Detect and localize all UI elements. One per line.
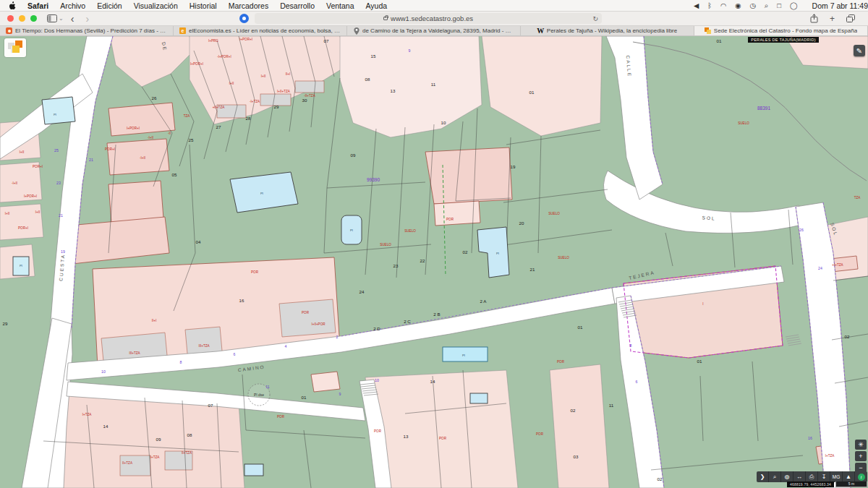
building-code-label: POR+I	[33, 165, 43, 168]
control-center-icon[interactable]: ◯	[786, 1, 802, 9]
building-code-label: -I+TZA	[250, 100, 260, 103]
zoom-in-icon[interactable]: +	[855, 451, 867, 461]
terrain-icon[interactable]: ▲	[843, 471, 855, 482]
forward-button[interactable]: ›	[80, 13, 95, 25]
menu-item-historial[interactable]: Historial	[184, 1, 223, 10]
bluetooth-icon[interactable]: ᛒ	[703, 1, 716, 9]
tab-catastro[interactable]: Sede Electrónica del Catastro - Fondo ma…	[694, 26, 868, 35]
building-code-label: TZA	[854, 196, 861, 200]
building-code-label: II+I	[286, 72, 291, 76]
parcel-number-label: 15	[371, 53, 376, 59]
share-button[interactable]	[804, 14, 824, 23]
menu-item-safari[interactable]: Safari	[22, 1, 54, 10]
measure-icon[interactable]: ↔	[793, 471, 806, 482]
parcel-number-label: 20	[519, 221, 524, 226]
parcel-number-label: 01	[529, 90, 535, 95]
address-number-label: 9	[409, 48, 411, 53]
menu-clock[interactable]: Dom 7 abr 11:49	[808, 1, 868, 10]
menu-item-ventana[interactable]: Ventana	[320, 1, 360, 10]
user-account-icon[interactable]: ◉	[731, 1, 745, 9]
parcel-number-label: 2 B	[433, 312, 440, 317]
back-button[interactable]: ‹	[65, 13, 80, 25]
building-code-label: SUELO	[404, 229, 416, 233]
expand-toolbar-icon[interactable]: ❯	[757, 471, 769, 482]
building-code-label: -I+POR+I	[217, 55, 231, 59]
scale-bar: 5 m	[835, 481, 867, 487]
extension-button[interactable]	[239, 14, 249, 23]
menu-item-edicion[interactable]: Edición	[91, 1, 127, 10]
menu-item-marcadores[interactable]: Marcadores	[223, 1, 274, 10]
building-code-label: POR	[536, 432, 544, 436]
parcel-number-label: 02	[658, 476, 663, 481]
parcel-number-label: 16	[239, 298, 244, 303]
volume-icon[interactable]: ◀	[689, 1, 703, 9]
tab-el-tiempo[interactable]: El Tiempo: Dos Hermanas (Sevilla) - Pred…	[0, 26, 174, 35]
tab-wikipedia[interactable]: W Perales de Tajuña - Wikipedia, la enci…	[521, 26, 694, 35]
spotlight-icon[interactable]: ⌕	[760, 1, 773, 10]
lock-icon	[383, 17, 388, 20]
sidebar-chevron-icon[interactable]: ⌄	[57, 15, 65, 22]
menu-item-ayuda[interactable]: Ayuda	[360, 1, 393, 10]
region-label: PERALES DE TAJUÑA(MADRID)	[748, 37, 819, 43]
catastro-logo	[4, 38, 26, 57]
parcel-number-label: 13	[391, 88, 396, 93]
building-code-label: -I+II	[12, 181, 17, 185]
pool-label: PI	[350, 228, 353, 232]
parcel-number-label: 25	[189, 137, 194, 142]
tab-overview-button[interactable]	[841, 14, 861, 22]
clock-icon[interactable]: ◷	[746, 1, 760, 9]
pin-icon[interactable]: ↧	[818, 471, 830, 482]
parcel-number-label: 05	[172, 172, 177, 177]
building-code-label: I+TZA	[82, 413, 93, 416]
poi-circle-label: Pl dse	[254, 393, 264, 397]
menu-item-visualizacion[interactable]: Visualización	[128, 1, 184, 10]
new-tab-button[interactable]: +	[824, 14, 841, 24]
menu-item-desarrollo[interactable]: Desarrollo	[274, 1, 320, 10]
cursor-coordinates: 468819.79, 4452683.34	[787, 481, 834, 487]
parcel-number-label: 24	[359, 289, 365, 294]
map-canvas[interactable]: CUESTADECALLESOLSOLTEJERACAMINO993908839…	[0, 36, 868, 488]
maps-pin-icon	[353, 27, 359, 34]
fullscreen-window-button[interactable]	[30, 15, 37, 22]
building-code-label: I+POR+I	[127, 127, 140, 130]
display-icon[interactable]: □	[773, 1, 786, 9]
polygon-id-label: 88391	[757, 106, 770, 111]
reload-button[interactable]: ↻	[593, 15, 599, 22]
building-code-label: III+TZA	[129, 351, 140, 355]
parcel-number-label: 07	[208, 403, 213, 408]
print-icon[interactable]: ⎙	[806, 471, 818, 482]
address-bar[interactable]: www1.sedecatastro.gob.es ↻	[255, 13, 602, 24]
address-number-label: 9	[339, 392, 341, 396]
close-window-button[interactable]	[7, 15, 14, 22]
parcel-number-label: 14	[430, 379, 435, 384]
map-settings-icon[interactable]: ✳	[855, 440, 867, 450]
building-code-label: POR	[374, 429, 382, 433]
globe-icon[interactable]: ◍	[781, 471, 793, 482]
tab-eleconomista[interactable]: e elEconomista.es - Líder en noticias de…	[174, 26, 347, 35]
building-code-label: TZA	[184, 114, 191, 118]
address-number-label: 26	[799, 228, 804, 232]
eleconomista-icon: e	[179, 27, 186, 34]
pool-label: PI	[496, 252, 499, 255]
edit-pencil-button[interactable]: ✎	[854, 45, 865, 56]
menu-status-icons: ◀ᛒ◠◉◷⌕□◯	[689, 1, 808, 10]
background-toggle-icon[interactable]: MG	[830, 471, 843, 482]
parcel-number-label: 23	[393, 263, 399, 268]
parcel-number-label: 02	[845, 334, 850, 339]
apple-menu-icon[interactable]	[0, 1, 22, 10]
building-code-label: I+II	[20, 150, 25, 154]
zoom-search-icon[interactable]: ⌕	[769, 471, 781, 482]
minimize-window-button[interactable]	[19, 15, 25, 22]
tab-google-maps[interactable]: de Camino de la Tejera a Valdelaguna, 28…	[347, 26, 521, 35]
parcel-number-label: 2 D	[373, 326, 380, 331]
menu-item-archivo[interactable]: Archivo	[54, 1, 91, 10]
cadastral-map-svg: CUESTADECALLESOLSOLTEJERACAMINO993908839…	[0, 36, 868, 488]
parcel-number-label: 08	[187, 432, 192, 437]
parcel-number-label: 11	[609, 403, 614, 408]
wifi-icon[interactable]: ◠	[716, 1, 731, 9]
map-status-row: 468819.79, 4452683.34 5 m	[787, 481, 867, 487]
info-icon[interactable]: i	[855, 471, 867, 482]
pool-label: PI	[260, 192, 263, 195]
parcel-number-label: 2 A	[480, 299, 488, 304]
sidebar-toggle-button[interactable]	[47, 14, 57, 22]
